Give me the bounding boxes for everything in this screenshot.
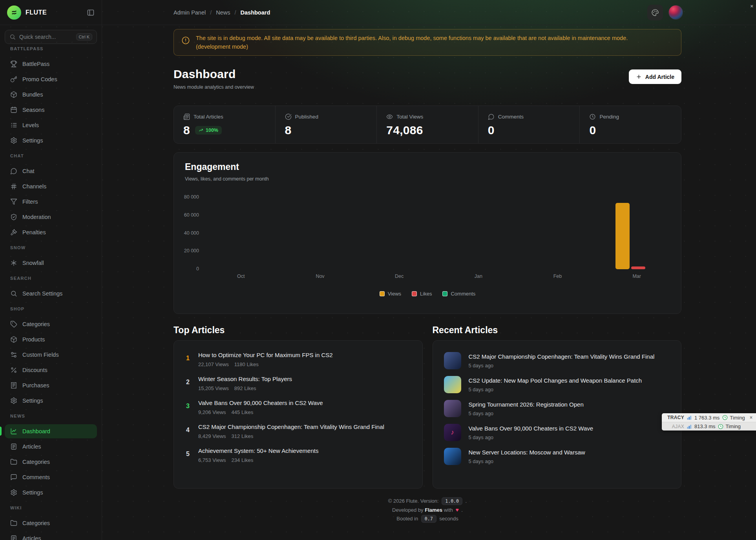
trending-up-icon (199, 128, 204, 133)
search-input[interactable]: Quick search... Ctrl K (5, 30, 97, 44)
footer-developer-line: Developed by Flames with ♥ . (173, 507, 681, 513)
x-axis-label: Dec (395, 274, 404, 279)
breadcrumb-dashboard: Dashboard (241, 9, 270, 16)
stat-label: Published (295, 114, 318, 120)
search-placeholder: Quick search... (19, 34, 73, 40)
sidebar-item-settings[interactable]: Settings (5, 485, 97, 500)
y-axis-tick: 40 000 (174, 230, 199, 236)
breadcrumb-news[interactable]: News (216, 9, 230, 16)
page-header: Dashboard News module analytics and over… (173, 68, 681, 90)
sidebar-item-filters[interactable]: Filters (5, 195, 97, 209)
article-text: Achievement System: 50+ New Achievements… (198, 447, 318, 465)
sidebar-item-battlepass[interactable]: BattlePass (5, 57, 97, 71)
recent-article-row[interactable]: CS2 Major Championship Copenhagen: Team … (444, 351, 670, 370)
sidebar-item-label: Filters (22, 199, 38, 205)
stat-total-articles: Total Articles8100% (174, 106, 275, 143)
tracy-timing-label: Timing (730, 415, 745, 421)
top-article-row[interactable]: 2Winter Season Results: Top Players15,20… (185, 375, 411, 394)
sidebar-section-label: SNOW (0, 245, 36, 250)
breadcrumb-separator: / (235, 9, 236, 16)
top-articles-title: Top Articles (173, 325, 423, 336)
percent-icon (10, 367, 17, 374)
sidebar-item-categories[interactable]: Categories (5, 516, 97, 530)
legend-item-likes[interactable]: Likes (412, 291, 432, 297)
nav-item-row: Comments (0, 469, 102, 485)
sidebar-item-promo-codes[interactable]: Promo Codes (5, 72, 97, 86)
site-footer: © 2026 Flute. Version: 1.0.0 . Developed… (173, 498, 681, 529)
sidebar-item-bundles[interactable]: Bundles (5, 88, 97, 102)
tracy-row-ajax: AJAX813.3 msTiming (662, 422, 756, 431)
sidebar-item-categories[interactable]: Categories (5, 455, 97, 469)
sidebar-item-purchases[interactable]: Purchases (5, 378, 97, 392)
sidebar-nav: BATTLEPASSBattlePassPromo CodesBundlesSe… (0, 46, 102, 540)
sidebar-item-articles[interactable]: Articles (5, 440, 97, 454)
article-meta: 15,205 Views892 Likes (198, 385, 292, 391)
tracy-timing-link[interactable]: Timing (722, 415, 745, 421)
recent-article-row[interactable]: ♪Valve Bans Over 90,000 Cheaters in CS2 … (444, 423, 670, 441)
nav-section-row: CHAT (0, 148, 102, 163)
sidebar-item-categories[interactable]: Categories (5, 317, 97, 331)
debug-banner-line2: (development mode) (196, 44, 248, 50)
recent-article-row[interactable]: New Server Locations: Moscow and Warsaw5… (444, 447, 670, 465)
search-shortcut-badge: Ctrl K (76, 33, 93, 40)
gear-icon (10, 489, 17, 496)
stat-label: Comments (498, 114, 524, 120)
stat-value: 8 (183, 124, 190, 137)
top-article-row[interactable]: 1How to Optimize Your PC for Maximum FPS… (185, 351, 411, 370)
article-title: Winter Season Results: Top Players (198, 375, 292, 383)
top-article-row[interactable]: 5Achievement System: 50+ New Achievement… (185, 447, 411, 465)
sidebar-item-penalties[interactable]: Penalties (5, 225, 97, 239)
footer-dev-with: with (444, 507, 453, 513)
article-title: CS2 Major Championship Copenhagen: Team … (198, 423, 384, 431)
breadcrumb-admin-panel[interactable]: Admin Panel (173, 9, 206, 16)
sidebar-item-settings[interactable]: Settings (5, 394, 97, 408)
sidebar-header: FLUTE (0, 0, 102, 25)
nav-item-row: Bundles (0, 87, 102, 102)
folder-icon (10, 458, 17, 465)
sidebar-item-settings[interactable]: Settings (5, 133, 97, 148)
sidebar-item-seasons[interactable]: Seasons (5, 103, 97, 117)
recent-article-row[interactable]: CS2 Update: New Map Pool Changes and Wea… (444, 375, 670, 394)
recent-article-row[interactable]: Spring Tournament 2026: Registration Ope… (444, 399, 670, 418)
version-badge: 1.0.0 (442, 497, 462, 505)
nav-item-row: Products (0, 332, 102, 347)
legend-item-comments[interactable]: Comments (442, 291, 475, 297)
sidebar-item-custom-fields[interactable]: Custom Fields (5, 348, 97, 362)
sidebar-item-discounts[interactable]: Discounts (5, 363, 97, 377)
footer-dev-name[interactable]: Flames (425, 507, 442, 513)
sidebar-item-label: Chat (22, 168, 35, 174)
tracy-close-icon[interactable]: × (750, 415, 752, 420)
sidebar-item-articles[interactable]: Articles (5, 531, 97, 540)
sidebar-item-snowfall[interactable]: Snowfall (5, 256, 97, 270)
sidebar-item-moderation[interactable]: Moderation (5, 210, 97, 224)
sidebar-item-levels[interactable]: Levels (5, 118, 97, 132)
stat-total-views: Total Views74,086 (376, 106, 478, 143)
top-article-row[interactable]: 4CS2 Major Championship Copenhagen: Team… (185, 423, 411, 441)
sidebar-item-chat[interactable]: Chat (5, 164, 97, 178)
legend-label: Views (388, 291, 401, 297)
sidebar-item-comments[interactable]: Comments (5, 470, 97, 484)
sidebar-item-label: Discounts (22, 367, 47, 373)
theme-palette-button[interactable] (647, 5, 663, 20)
legend-label: Comments (451, 291, 475, 297)
chart-legend: ViewsLikesComments (174, 291, 681, 297)
nav-item-row: Search Settings (0, 286, 102, 301)
message-circle-icon (10, 168, 17, 175)
package-icon (10, 91, 17, 98)
sidebar-item-products[interactable]: Products (5, 332, 97, 347)
article-likes: 892 Likes (234, 385, 256, 391)
sidebar-toggle-icon[interactable] (87, 9, 95, 16)
corner-close-icon[interactable]: × (750, 3, 753, 9)
stat-header: Pending (589, 113, 681, 120)
tracy-timing-link[interactable]: Timing (718, 423, 741, 429)
y-axis-tick: 80 000 (174, 194, 199, 200)
sidebar-item-channels[interactable]: Channels (5, 179, 97, 193)
sidebar-item-dashboard[interactable]: Dashboard (5, 424, 97, 438)
legend-item-views[interactable]: Views (380, 291, 401, 297)
add-article-button[interactable]: Add Article (629, 69, 681, 84)
tracy-row-tracy: TRACY1 763.3 msTiming× (662, 413, 756, 422)
x-axis-label: Oct (237, 274, 245, 279)
sidebar-item-search-settings[interactable]: Search Settings (5, 286, 97, 301)
user-avatar[interactable] (668, 5, 683, 20)
top-article-row[interactable]: 3Valve Bans Over 90,000 Cheaters in CS2 … (185, 399, 411, 418)
